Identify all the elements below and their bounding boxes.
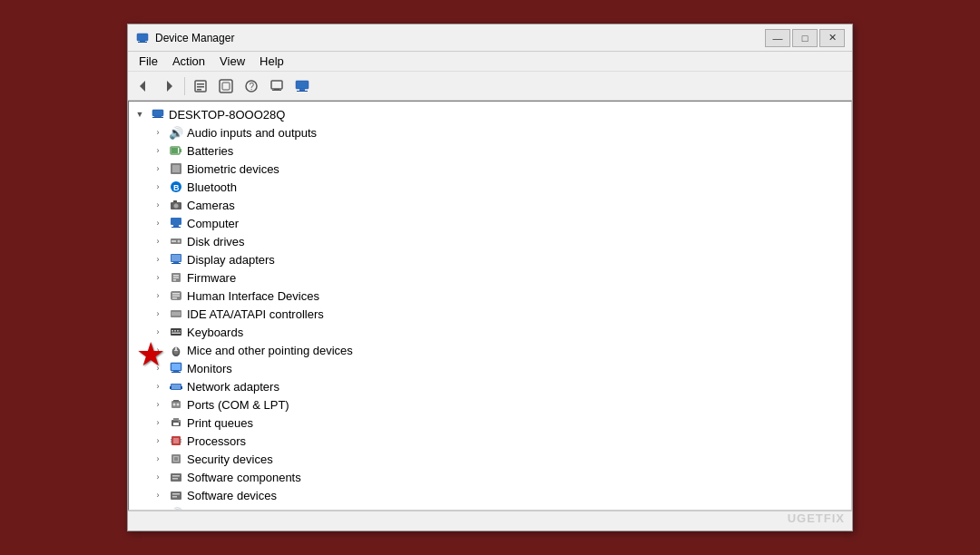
list-item[interactable]: › Batteries [129, 141, 851, 160]
list-item[interactable]: › Processors [129, 432, 851, 450]
list-item[interactable]: › 🔊 Sound, video and game controllers [129, 504, 851, 511]
expand-arrow[interactable]: › [151, 343, 165, 357]
expand-arrow[interactable]: › [151, 252, 165, 267]
expand-arrow[interactable]: › [151, 125, 165, 140]
device-manager-window: Device Manager — □ ✕ File Action View He… [127, 24, 853, 531]
expand-arrow[interactable]: › [151, 452, 165, 466]
help-button[interactable]: ? [240, 75, 263, 97]
expand-arrow[interactable]: › [151, 234, 165, 248]
expand-arrow[interactable]: › [151, 397, 165, 412]
forward-button[interactable] [157, 75, 181, 97]
svg-point-30 [174, 204, 179, 209]
root-node[interactable]: ▼ DESKTOP-8OOO28Q [129, 105, 851, 123]
list-item[interactable]: › B Bluetooth [129, 178, 851, 196]
svg-marker-3 [140, 81, 145, 92]
svg-rect-53 [172, 330, 173, 332]
expand-arrow[interactable]: › [151, 470, 165, 484]
item-label: Biometric devices [187, 162, 279, 176]
processor-icon [169, 433, 183, 448]
list-item[interactable]: › Monitors [129, 359, 851, 377]
menu-file[interactable]: File [132, 53, 165, 70]
display-icon [169, 252, 183, 267]
menu-help[interactable]: Help [252, 53, 291, 70]
svg-rect-43 [173, 275, 179, 277]
list-item[interactable]: › 🔊 Audio inputs and outputs [129, 123, 851, 141]
list-item[interactable]: › Mice and other pointing devices [129, 341, 851, 359]
properties-button[interactable] [189, 75, 212, 97]
svg-rect-44 [173, 278, 179, 279]
list-item[interactable]: › Firmware [129, 268, 851, 287]
item-label: Software components [187, 471, 301, 484]
svg-rect-45 [173, 279, 176, 281]
menu-view[interactable]: View [212, 53, 252, 70]
svg-rect-2 [138, 42, 147, 43]
expand-arrow[interactable]: › [151, 288, 165, 303]
softcomp-icon [169, 470, 183, 484]
svg-rect-8 [197, 89, 201, 91]
svg-point-71 [173, 404, 176, 406]
expand-arrow[interactable]: › [151, 161, 165, 176]
expand-arrow[interactable]: › [151, 361, 165, 375]
svg-rect-40 [173, 262, 179, 263]
list-item[interactable]: › Cameras [129, 196, 851, 214]
expand-arrow[interactable]: › [151, 307, 165, 321]
list-item[interactable]: › Human Interface Devices [129, 287, 851, 305]
tree-pane[interactable]: ★ ▼ DESKTOP-8OOO28Q › [128, 101, 852, 511]
expand-arrow[interactable]: › [151, 433, 165, 448]
maximize-button[interactable]: □ [792, 29, 818, 47]
item-label: Firmware [187, 271, 236, 285]
expand-arrow[interactable]: › [151, 180, 165, 194]
list-item[interactable]: › Computer [129, 214, 851, 232]
computer-button[interactable] [290, 75, 314, 97]
item-label: Bluetooth [187, 180, 237, 194]
expand-arrow[interactable]: › [151, 488, 165, 502]
item-label: Mice and other pointing devices [187, 344, 353, 357]
list-item[interactable]: › Software devices [129, 486, 851, 504]
svg-rect-67 [172, 385, 181, 389]
expand-arrow[interactable]: › [151, 506, 165, 511]
svg-rect-26 [172, 165, 180, 172]
expand-arrow[interactable]: › [151, 143, 165, 158]
bluetooth-icon: B [169, 180, 183, 194]
list-item[interactable]: › Security devices [129, 450, 851, 468]
list-item[interactable]: › Keyboards [129, 323, 851, 341]
toolbar-sep-1 [184, 77, 185, 95]
svg-rect-9 [220, 80, 232, 92]
expand-arrow[interactable]: › [151, 270, 165, 285]
list-item[interactable]: › Software components [129, 468, 851, 486]
expand-arrow[interactable]: › [151, 415, 165, 430]
audio-icon: 🔊 [169, 125, 183, 140]
expand-arrow[interactable]: › [151, 216, 165, 230]
back-button[interactable] [132, 75, 155, 97]
svg-rect-33 [173, 225, 179, 227]
security-icon [169, 452, 183, 466]
expand-arrow[interactable]: › [151, 325, 165, 339]
svg-text:B: B [173, 183, 180, 192]
minimize-button[interactable]: — [765, 29, 790, 47]
svg-rect-15 [272, 90, 281, 91]
svg-rect-81 [171, 442, 172, 443]
bio-icon [169, 161, 183, 176]
list-item[interactable]: › Display adapters [129, 250, 851, 268]
expand-arrow[interactable]: › [151, 198, 165, 212]
scan-button[interactable] [214, 75, 238, 97]
menu-action[interactable]: Action [165, 53, 212, 70]
print-icon [169, 415, 183, 430]
svg-text:?: ? [250, 82, 255, 92]
item-label: Print queues [187, 416, 253, 430]
list-item[interactable]: › Print queues [129, 414, 851, 432]
list-item[interactable]: › Disk drives [129, 232, 851, 250]
svg-rect-65 [172, 372, 181, 373]
list-item[interactable]: › IDE ATA/ATAPI controllers [129, 305, 851, 323]
list-item[interactable]: › Network adapters [129, 377, 851, 395]
list-item[interactable]: › Biometric devices [129, 160, 851, 178]
svg-rect-69 [181, 386, 182, 389]
svg-rect-13 [271, 81, 282, 89]
close-button[interactable]: ✕ [819, 29, 845, 47]
svg-rect-87 [171, 473, 181, 482]
svg-rect-6 [197, 83, 204, 85]
expand-arrow[interactable]: › [151, 379, 165, 394]
list-item[interactable]: › Ports (COM & LPT) [129, 395, 851, 414]
update-button[interactable] [265, 75, 289, 97]
root-expand-arrow[interactable]: ▼ [132, 107, 147, 122]
